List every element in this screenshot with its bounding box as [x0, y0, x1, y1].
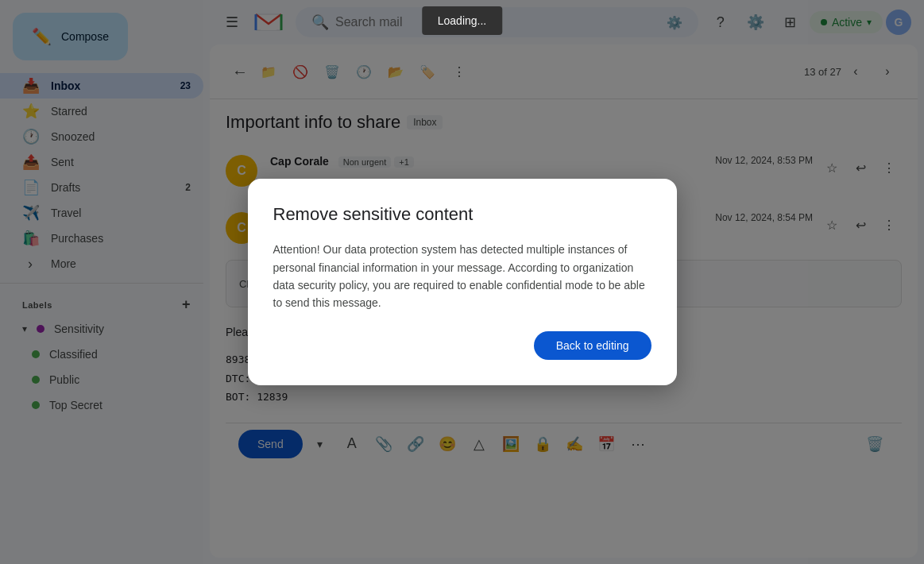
- modal-overlay[interactable]: Remove sensitive content Attention! Our …: [0, 0, 924, 564]
- modal-actions: Back to editing: [273, 331, 651, 360]
- modal-title: Remove sensitive content: [273, 204, 651, 225]
- loading-text: Loading...: [438, 14, 487, 27]
- modal-dialog: Remove sensitive content Attention! Our …: [248, 179, 677, 385]
- loading-toast: Loading...: [422, 6, 503, 35]
- back-to-editing-button[interactable]: Back to editing: [534, 331, 651, 360]
- modal-body: Attention! Our data protection system ha…: [273, 241, 651, 312]
